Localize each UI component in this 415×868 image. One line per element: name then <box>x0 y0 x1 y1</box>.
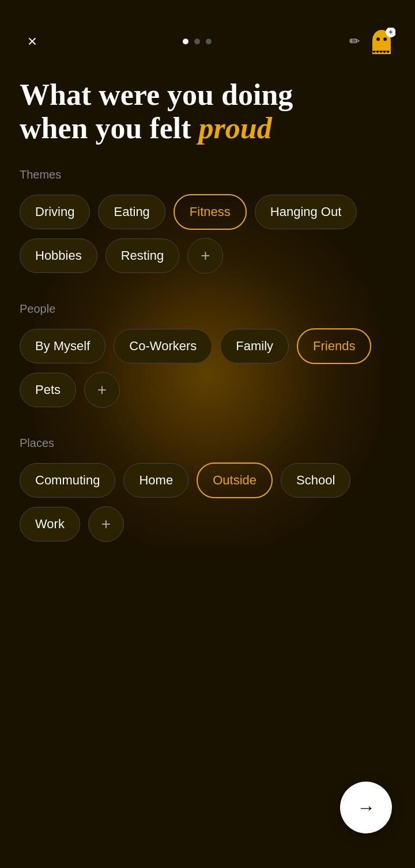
title-part2: when you felt <box>20 112 199 145</box>
chip-home[interactable]: Home <box>123 463 188 498</box>
title-part1: What were you doing <box>20 78 293 111</box>
people-add-button[interactable]: + <box>84 372 120 408</box>
dot-3 <box>206 39 212 44</box>
chip-hanging-out[interactable]: Hanging Out <box>255 195 357 229</box>
edit-button[interactable]: ✏ <box>349 34 360 49</box>
chip-resting[interactable]: Resting <box>105 238 180 273</box>
dot-1 <box>183 39 188 44</box>
themes-chips: Driving Eating Fitness Hanging Out Hobbi… <box>20 194 395 274</box>
chip-by-myself[interactable]: By Myself <box>20 329 105 363</box>
chip-outside[interactable]: Outside <box>197 463 273 498</box>
avatar[interactable]: + <box>368 28 395 55</box>
themes-add-button[interactable]: + <box>187 238 223 274</box>
people-section: People By Myself Co-Workers Family Frien… <box>20 302 395 408</box>
themes-label: Themes <box>20 168 395 181</box>
add-icon: + <box>97 381 107 399</box>
top-right: ✏ + <box>349 28 395 55</box>
svg-point-3 <box>383 37 387 41</box>
pencil-icon: ✏ <box>349 34 360 48</box>
chip-pets[interactable]: Pets <box>20 373 76 407</box>
themes-group: Themes Driving Eating Fitness Hanging Ou… <box>20 168 395 274</box>
people-chips: By Myself Co-Workers Family Friends Pets… <box>20 328 395 408</box>
places-chips: Commuting Home Outside School Work + <box>20 463 395 542</box>
close-icon: × <box>28 33 37 50</box>
svg-text:+: + <box>388 28 393 36</box>
title-section: What were you doing when you felt proud <box>0 67 415 168</box>
chip-friends[interactable]: Friends <box>297 328 371 364</box>
places-label: Places <box>20 437 395 450</box>
people-label: People <box>20 302 395 316</box>
chip-co-workers[interactable]: Co-Workers <box>114 329 212 363</box>
top-bar: × ✏ + <box>0 0 415 67</box>
themes-section: Themes Driving Eating Fitness Hanging Ou… <box>0 168 415 542</box>
chip-fitness[interactable]: Fitness <box>173 194 247 230</box>
chip-driving[interactable]: Driving <box>20 195 90 229</box>
add-icon: + <box>101 515 111 533</box>
chip-commuting[interactable]: Commuting <box>20 463 115 498</box>
add-icon: + <box>201 247 210 265</box>
pagination-dots <box>183 39 212 44</box>
svg-point-2 <box>376 37 380 41</box>
chip-school[interactable]: School <box>281 463 350 498</box>
svg-rect-1 <box>372 40 391 51</box>
chip-hobbies[interactable]: Hobbies <box>20 238 97 273</box>
close-button[interactable]: × <box>20 29 45 54</box>
dot-2 <box>194 39 200 44</box>
page-title: What were you doing when you felt proud <box>20 78 395 145</box>
title-emphasis: proud <box>199 112 272 145</box>
places-add-button[interactable]: + <box>88 506 124 542</box>
chip-work[interactable]: Work <box>20 507 80 541</box>
chip-family[interactable]: Family <box>220 329 289 363</box>
places-section: Places Commuting Home Outside School Wor… <box>20 437 395 542</box>
next-arrow-icon: → <box>357 797 375 818</box>
chip-eating[interactable]: Eating <box>98 195 165 229</box>
next-button[interactable]: → <box>340 782 392 833</box>
